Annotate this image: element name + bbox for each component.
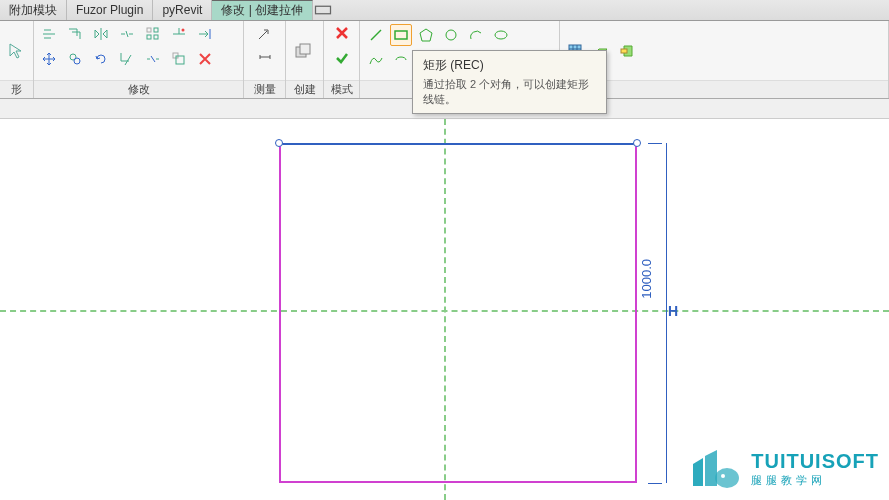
array-icon: [145, 26, 161, 42]
align-icon: [41, 26, 57, 42]
arc-icon: [468, 27, 484, 43]
finish-button[interactable]: [331, 47, 353, 69]
tooltip-body: 通过拾取 2 个对角，可以创建矩形线链。: [423, 77, 596, 107]
group-mode: 模式: [324, 21, 360, 98]
create-button[interactable]: [290, 38, 316, 64]
svg-rect-16: [621, 49, 627, 53]
group-misc-label: [560, 80, 888, 98]
trim2-button[interactable]: [116, 48, 138, 70]
group-modify-label: 修改: [34, 80, 243, 98]
sketch-rectangle[interactable]: [279, 143, 637, 483]
group-shape-label: 形: [0, 80, 33, 98]
svg-rect-12: [395, 31, 407, 39]
group-measure: 测量: [244, 21, 286, 98]
partial-ellipse-icon: [393, 52, 409, 68]
extend-icon: [197, 26, 213, 42]
measure-icon: [257, 49, 273, 65]
copy-button[interactable]: [64, 48, 86, 70]
group-mode-label: 模式: [324, 80, 359, 98]
spline-button[interactable]: [365, 49, 387, 71]
partial-ellipse-button[interactable]: [390, 49, 412, 71]
watermark-subtitle: 腿腿教学网: [751, 473, 879, 488]
offset-icon: [67, 26, 83, 42]
ellipse-button[interactable]: [490, 24, 512, 46]
arc-button[interactable]: [465, 24, 487, 46]
split-button[interactable]: [116, 23, 138, 45]
move-icon: [41, 51, 57, 67]
cursor-icon: [7, 41, 27, 61]
circle-button[interactable]: [440, 24, 462, 46]
group-create: 创建: [286, 21, 324, 98]
dim-tick-top: [648, 143, 662, 144]
svg-rect-9: [176, 56, 184, 64]
svg-rect-11: [300, 44, 310, 54]
watermark-logo: [685, 446, 743, 492]
svg-point-7: [74, 58, 80, 64]
finish-icon: [334, 50, 350, 66]
dimension-icon: [257, 25, 273, 41]
watermark-title: TUITUISOFT: [751, 450, 879, 473]
scale-button[interactable]: [168, 48, 190, 70]
dimension-button[interactable]: [254, 22, 276, 44]
tab-bar: 附加模块 Fuzor Plugin pyRevit 修改 | 创建拉伸: [0, 0, 889, 21]
tab-addons[interactable]: 附加模块: [0, 0, 67, 20]
cancel-icon: [334, 25, 350, 41]
corner-icon: [119, 51, 135, 67]
move-button[interactable]: [38, 48, 60, 70]
modify-button[interactable]: [4, 38, 29, 64]
rectangle-tooltip: 矩形 (REC) 通过拾取 2 个对角，可以创建矩形线链。: [412, 50, 607, 114]
drawing-canvas[interactable]: 1000.0 H TUITUISOFT 腿腿教学网: [0, 99, 889, 500]
tab-pyrevit[interactable]: pyRevit: [153, 0, 212, 20]
svg-rect-3: [147, 35, 151, 39]
cancel-button[interactable]: [331, 22, 353, 44]
trim-icon: [171, 26, 187, 42]
line-button[interactable]: [365, 24, 387, 46]
svg-rect-0: [316, 6, 331, 14]
polygon-icon: [418, 27, 434, 43]
splitgap-icon: [145, 51, 161, 67]
copy-icon: [67, 51, 83, 67]
rectangle-button[interactable]: [390, 24, 412, 46]
create-icon: [293, 41, 313, 61]
delete-button[interactable]: [194, 48, 216, 70]
tab-modify-extrusion[interactable]: 修改 | 创建拉伸: [212, 0, 313, 20]
extend-button[interactable]: [194, 23, 216, 45]
svg-point-13: [446, 30, 456, 40]
viewer-icon: [619, 43, 635, 59]
svg-point-14: [495, 31, 507, 39]
group-create-label: 创建: [286, 80, 323, 98]
group-shape: 形: [0, 21, 34, 98]
dim-tick-bottom: [648, 483, 662, 484]
svg-rect-1: [147, 28, 151, 32]
svg-point-18: [721, 474, 725, 478]
endpoint-2[interactable]: [633, 139, 641, 147]
tab-fuzor[interactable]: Fuzor Plugin: [67, 0, 153, 20]
viewer-button[interactable]: [616, 40, 638, 62]
dimension-value[interactable]: 1000.0: [639, 259, 654, 299]
rotate-button[interactable]: [90, 48, 112, 70]
panel-toggle-icon: [313, 0, 333, 20]
split2-button[interactable]: [142, 48, 164, 70]
array-button[interactable]: [142, 23, 164, 45]
tab-panel-toggle[interactable]: [313, 0, 333, 20]
rotate-icon: [93, 51, 109, 67]
scale-icon: [171, 51, 187, 67]
endpoint-1[interactable]: [275, 139, 283, 147]
watermark: TUITUISOFT 腿腿教学网: [685, 446, 879, 492]
dimension-handle[interactable]: H: [668, 303, 678, 319]
circle-icon: [443, 27, 459, 43]
polygon-button[interactable]: [415, 24, 437, 46]
offset-button[interactable]: [64, 23, 86, 45]
delete-icon: [197, 51, 213, 67]
ellipse-icon: [493, 27, 509, 43]
svg-point-17: [715, 468, 739, 488]
svg-rect-2: [154, 28, 158, 32]
group-misc: [560, 21, 889, 98]
rectangle-icon: [393, 27, 409, 43]
trim-button[interactable]: [168, 23, 190, 45]
measure-button[interactable]: [254, 46, 276, 68]
tooltip-title: 矩形 (REC): [423, 57, 596, 74]
align-button[interactable]: [38, 23, 60, 45]
svg-point-5: [182, 29, 185, 32]
mirror-button[interactable]: [90, 23, 112, 45]
